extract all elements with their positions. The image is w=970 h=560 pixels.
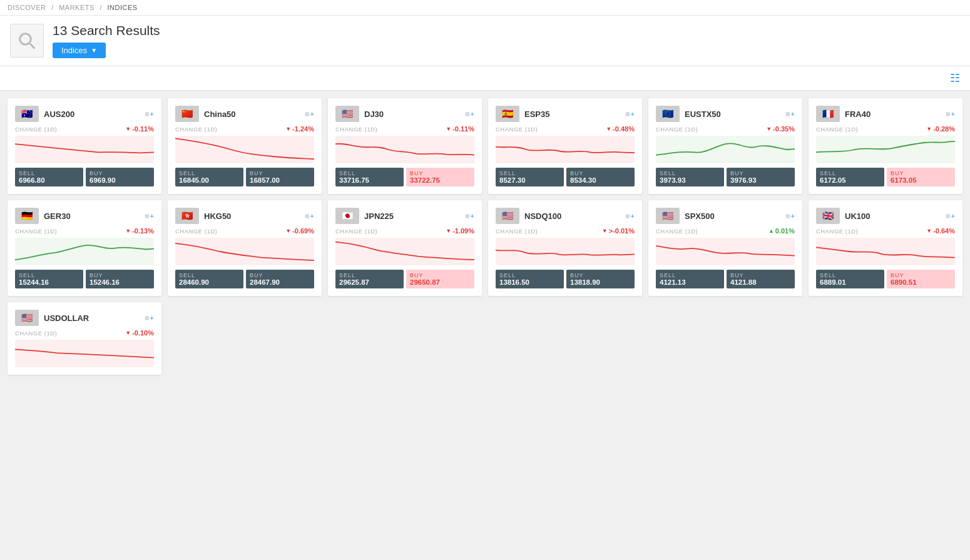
change-value: -0.11% xyxy=(452,125,474,133)
buy-box[interactable]: BUY 8534.30 xyxy=(566,168,635,186)
sell-price: 6966.80 xyxy=(19,176,79,184)
breadcrumb-discover[interactable]: DISCOVER xyxy=(8,4,46,11)
change-value: >-0.01% xyxy=(609,227,635,235)
card-name[interactable]: China50 xyxy=(204,109,236,119)
change-value: -0.11% xyxy=(132,125,154,133)
change-arrow: ▼ xyxy=(125,126,131,132)
card-HKG50: 🇭🇰 HKG50 ≡+ CHANGE (1D) ▼ -0.69% SELL xyxy=(168,200,322,296)
price-row: SELL 28460.90 BUY 28467.90 xyxy=(175,270,314,288)
card-header: 🇦🇺 AUS200 ≡+ xyxy=(15,106,154,122)
card-name-area: 🇺🇸 NSDQ100 xyxy=(496,208,561,224)
buy-box[interactable]: BUY 16857.00 xyxy=(246,168,314,186)
card-name[interactable]: JPN225 xyxy=(364,211,394,221)
buy-box[interactable]: BUY 6969.90 xyxy=(86,168,154,186)
sell-label: SELL xyxy=(820,170,881,176)
buy-box[interactable]: BUY 15246.16 xyxy=(86,270,154,288)
sell-price: 3973.93 xyxy=(660,176,720,184)
breadcrumb: DISCOVER / MARKETS / INDICES xyxy=(0,0,970,16)
sell-price: 33716.75 xyxy=(339,176,400,184)
buy-label: BUY xyxy=(410,272,471,278)
chart-svg xyxy=(15,136,154,163)
card-menu-icon[interactable]: ≡+ xyxy=(465,211,474,221)
card-menu-icon[interactable]: ≡+ xyxy=(145,211,154,221)
breadcrumb-markets[interactable]: MARKETS xyxy=(59,4,94,11)
card-name[interactable]: DJ30 xyxy=(364,109,384,119)
change-value: -1.09% xyxy=(452,227,474,235)
card-menu-icon[interactable]: ≡+ xyxy=(946,109,955,119)
sell-box[interactable]: SELL 8527.30 xyxy=(496,168,564,186)
change-arrow: ▼ xyxy=(125,330,131,336)
chart-area xyxy=(656,238,795,265)
card-header: 🇭🇰 HKG50 ≡+ xyxy=(175,208,314,224)
header-bar: 13 Search Results Indices ▼ xyxy=(0,16,970,66)
search-icon-box xyxy=(10,24,44,58)
card-name-area: 🇨🇳 China50 xyxy=(175,106,236,122)
card-menu-icon[interactable]: ≡+ xyxy=(785,211,795,221)
buy-box[interactable]: BUY 29650.87 xyxy=(406,270,474,288)
card-menu-icon[interactable]: ≡+ xyxy=(145,313,154,323)
change-label: CHANGE (1D) xyxy=(175,228,217,235)
card-name[interactable]: NSDQ100 xyxy=(524,211,561,221)
flag-thumb: 🇦🇺 xyxy=(15,106,39,122)
change-row: CHANGE (1D) ▲ 0.01% xyxy=(656,227,795,235)
change-row: CHANGE (1D) ▼ -0.35% xyxy=(656,125,795,133)
buy-box[interactable]: BUY 28467.90 xyxy=(246,270,314,288)
buy-box[interactable]: BUY 3976.93 xyxy=(727,168,795,186)
sell-box[interactable]: SELL 28460.90 xyxy=(175,270,243,288)
buy-label: BUY xyxy=(250,272,310,278)
sell-box[interactable]: SELL 13816.50 xyxy=(496,270,564,288)
card-name[interactable]: USDOLLAR xyxy=(44,313,89,323)
card-menu-icon[interactable]: ≡+ xyxy=(625,211,635,221)
buy-label: BUY xyxy=(570,170,631,176)
sell-label: SELL xyxy=(179,272,240,278)
card-name[interactable]: FRA40 xyxy=(845,109,870,119)
buy-label: BUY xyxy=(730,170,791,176)
cards-grid: 🇦🇺 AUS200 ≡+ CHANGE (1D) ▼ -0.11% SELL xyxy=(0,91,970,382)
buy-price: 28467.90 xyxy=(250,278,310,286)
card-name[interactable]: ESP35 xyxy=(524,109,549,119)
sell-label: SELL xyxy=(179,170,240,176)
sell-box[interactable]: SELL 4121.13 xyxy=(656,270,724,288)
funnel-icon[interactable]: ☷ xyxy=(950,71,960,85)
card-menu-icon[interactable]: ≡+ xyxy=(305,109,314,119)
sell-price: 13816.50 xyxy=(499,278,560,286)
sell-box[interactable]: SELL 6172.05 xyxy=(816,168,884,186)
card-menu-icon[interactable]: ≡+ xyxy=(305,211,314,221)
sell-box[interactable]: SELL 33716.75 xyxy=(335,168,404,186)
card-name[interactable]: UK100 xyxy=(845,211,870,221)
card-name-area: 🇺🇸 USDOLLAR xyxy=(15,310,89,326)
card-menu-icon[interactable]: ≡+ xyxy=(145,109,154,119)
buy-box[interactable]: BUY 33722.75 xyxy=(406,168,474,186)
card-name[interactable]: HKG50 xyxy=(204,211,231,221)
cards-row-1: 🇦🇺 AUS200 ≡+ CHANGE (1D) ▼ -0.11% SELL xyxy=(8,98,962,194)
chart-area xyxy=(335,238,474,265)
card-menu-icon[interactable]: ≡+ xyxy=(785,109,795,119)
sell-box[interactable]: SELL 15244.16 xyxy=(15,270,83,288)
card-header: 🇩🇪 GER30 ≡+ xyxy=(15,208,154,224)
card-SPX500: 🇺🇸 SPX500 ≡+ CHANGE (1D) ▲ 0.01% SELL xyxy=(648,200,802,296)
chart-svg xyxy=(335,136,474,163)
card-name[interactable]: EUSTX50 xyxy=(685,109,721,119)
card-header: 🇺🇸 DJ30 ≡+ xyxy=(335,106,474,122)
card-name[interactable]: GER30 xyxy=(44,211,71,221)
card-name[interactable]: SPX500 xyxy=(685,211,715,221)
filter-button[interactable]: Indices ▼ xyxy=(53,43,106,58)
sell-box[interactable]: SELL 6966.80 xyxy=(15,168,83,186)
card-name[interactable]: AUS200 xyxy=(44,109,74,119)
change-label: CHANGE (1D) xyxy=(496,228,538,235)
card-header: 🇫🇷 FRA40 ≡+ xyxy=(816,106,955,122)
buy-box[interactable]: BUY 6890.51 xyxy=(887,270,955,288)
buy-box[interactable]: BUY 4121.88 xyxy=(727,270,795,288)
buy-box[interactable]: BUY 13818.90 xyxy=(566,270,635,288)
change-arrow: ▼ xyxy=(606,126,611,132)
sell-box[interactable]: SELL 3973.93 xyxy=(656,168,724,186)
sell-label: SELL xyxy=(499,170,560,176)
card-menu-icon[interactable]: ≡+ xyxy=(625,109,635,119)
sell-box[interactable]: SELL 29625.87 xyxy=(335,270,404,288)
card-menu-icon[interactable]: ≡+ xyxy=(946,211,955,221)
sell-box[interactable]: SELL 6889.01 xyxy=(816,270,884,288)
flag-thumb: 🇬🇧 xyxy=(816,208,840,224)
card-menu-icon[interactable]: ≡+ xyxy=(465,109,474,119)
sell-box[interactable]: SELL 16845.00 xyxy=(175,168,243,186)
buy-box[interactable]: BUY 6173.05 xyxy=(887,168,955,186)
